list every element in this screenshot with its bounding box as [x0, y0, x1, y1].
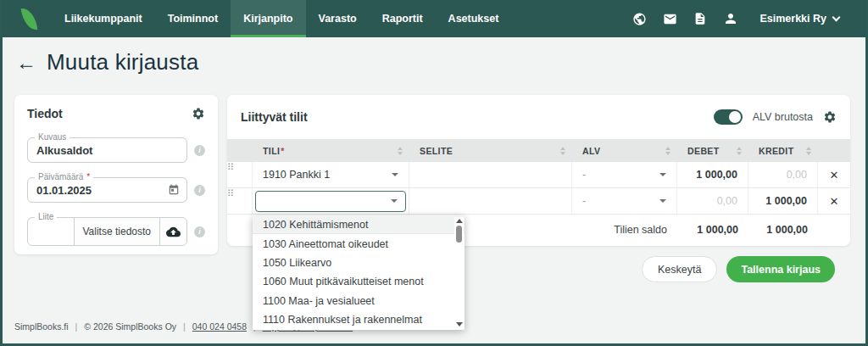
footer-phone-link[interactable]: 040 024 0458 [192, 321, 247, 332]
tili-cell [253, 188, 409, 214]
scrollbar-thumb[interactable] [456, 226, 462, 243]
leaf-logo-icon [21, 7, 38, 31]
footer-brand-link[interactable]: SimplBooks.fi [14, 321, 69, 332]
top-navbar: Liikekumppanit Toiminnot Kirjanpito Vara… [0, 0, 868, 37]
account-dropdown: 1020 Kehittämismenot 1030 Aineettomat oi… [253, 215, 465, 330]
selite-cell[interactable] [409, 188, 572, 214]
account-select[interactable]: 1910 Pankki 1 [255, 165, 406, 186]
column-header-alv[interactable]: ALV [572, 139, 677, 162]
tilit-card-header: Liittyvät tilit ALV brutosta [227, 95, 850, 139]
dropdown-option[interactable]: 1030 Aineettomat oikeudet [253, 234, 465, 253]
globe-icon[interactable] [632, 12, 647, 26]
scroll-up-icon[interactable] [456, 219, 463, 223]
tiedot-settings-gear-icon[interactable] [192, 107, 205, 120]
paivamaara-value[interactable]: 01.01.2025 [28, 184, 168, 197]
nav-tab-kirjanpito[interactable]: Kirjanpito [231, 0, 305, 37]
dropdown-option[interactable]: 1050 Liikearvo [253, 254, 465, 272]
document-icon[interactable] [693, 12, 707, 25]
sort-icon [665, 147, 670, 155]
tilit-settings-gear-icon[interactable] [823, 110, 837, 124]
dropdown-option[interactable]: 1100 Maa- ja vesialueet [253, 292, 465, 310]
liite-field-row: Liite Valitse tiedosto i [27, 217, 205, 246]
chevron-down-icon [832, 13, 841, 21]
page-title: Muuta kirjausta [47, 49, 198, 75]
scroll-down-icon[interactable] [456, 322, 463, 326]
tiedot-card-header: Tiedot [27, 107, 205, 120]
kredit-cell[interactable]: 1 000,00 [748, 188, 818, 214]
close-icon[interactable]: ✕ [830, 196, 839, 207]
dropdown-scrollbar[interactable] [454, 217, 464, 328]
liite-field: Liite Valitse tiedosto [27, 217, 187, 246]
summary-label: Tilien saldo [572, 215, 677, 245]
user-icon[interactable] [723, 11, 738, 26]
kuvaus-label: Kuvaus [35, 132, 70, 142]
nav-tab-toiminnot[interactable]: Toiminnot [155, 0, 231, 37]
nav-tab-raportit[interactable]: Raportit [370, 0, 436, 37]
drag-handle-icon[interactable]: ⠿ [227, 188, 253, 214]
alv-select[interactable]: - [575, 191, 674, 212]
column-header-kredit[interactable]: KREDIT [748, 139, 818, 162]
sort-icon [737, 147, 742, 155]
nav-tab-asetukset[interactable]: Asetukset [436, 0, 512, 37]
table-row: ⠿ - 0,00 1 000,00 ✕ [227, 188, 850, 215]
caret-down-icon [392, 173, 398, 176]
account-select-focused[interactable] [255, 191, 406, 212]
nav-right-group: Esimerkki Ry [632, 0, 868, 37]
paivamaara-field-row: Päivämäärä * 01.01.2025 i [27, 177, 205, 203]
dropdown-option[interactable]: 1110 Rakennukset ja rakennelmat [253, 310, 465, 329]
debet-cell[interactable]: 1 000,00 [677, 162, 748, 187]
paivamaara-field[interactable]: Päivämäärä * 01.01.2025 [27, 177, 187, 203]
app-logo[interactable] [0, 0, 52, 37]
info-icon: i [194, 226, 205, 237]
tilit-title: Liittyvät tilit [241, 110, 308, 124]
action-buttons: Keskeytä Tallenna kirjaus [642, 256, 835, 282]
save-button[interactable]: Tallenna kirjaus [726, 256, 835, 282]
dropdown-option[interactable]: 1060 Muut pitkävaikutteiset menot [253, 272, 465, 291]
kuvaus-field[interactable]: Kuvaus Alkusaldot [27, 137, 187, 163]
dropdown-option[interactable]: 1020 Kehittämismenot [253, 215, 465, 234]
cancel-button[interactable]: Keskeytä [642, 256, 717, 282]
caret-down-icon [391, 199, 398, 203]
liite-filename-input[interactable] [28, 218, 74, 245]
nav-tab-varasto[interactable]: Varasto [306, 0, 370, 37]
kuvaus-value[interactable]: Alkusaldot [28, 144, 186, 157]
company-name: Esimerkki Ry [760, 13, 826, 25]
table-row: ⠿ 1910 Pankki 1 - 1 000,00 0,00 ✕ [227, 162, 850, 188]
alv-cell: - [572, 188, 677, 214]
required-marker: * [86, 172, 90, 181]
alv-select[interactable]: - [575, 165, 674, 186]
liite-label: Liite [35, 212, 57, 221]
choose-file-button[interactable]: Valitse tiedosto [74, 218, 160, 245]
close-icon[interactable]: ✕ [830, 170, 839, 181]
tiedot-card: Tiedot Kuvaus Alkusaldot i Päivämäärä * … [14, 95, 218, 254]
kuvaus-field-row: Kuvaus Alkusaldot i [27, 137, 205, 163]
caret-down-icon [659, 199, 666, 203]
kredit-cell[interactable]: 0,00 [748, 162, 818, 187]
drag-handle-icon[interactable]: ⠿ [227, 162, 253, 187]
summary-debet: 1 000,00 [677, 215, 748, 245]
debet-cell[interactable]: 0,00 [677, 188, 748, 214]
selite-cell[interactable] [409, 162, 572, 187]
alv-cell: - [572, 162, 677, 187]
calendar-icon[interactable] [168, 184, 186, 196]
column-header-tili[interactable]: TILI* [253, 139, 409, 162]
column-header-selite[interactable]: SELITE [409, 139, 572, 162]
company-selector[interactable]: Esimerkki Ry [760, 13, 839, 25]
tiedot-title: Tiedot [27, 107, 63, 120]
summary-kredit: 1 000,00 [748, 215, 818, 245]
page-title-row: ← Muuta kirjausta [16, 49, 198, 75]
required-marker: * [281, 146, 285, 156]
nav-tab-liikekumppanit[interactable]: Liikekumppanit [52, 0, 155, 37]
caret-down-icon [659, 173, 666, 176]
footer-separator: | [75, 321, 78, 332]
alv-brutosta-toggle[interactable] [714, 109, 743, 125]
toggle-knob [729, 111, 741, 123]
app-window: Liikekumppanit Toiminnot Kirjanpito Vara… [0, 0, 868, 346]
cloud-upload-icon[interactable] [159, 218, 186, 245]
tilit-header-controls: ALV brutosta [714, 109, 837, 125]
mail-icon[interactable] [663, 12, 677, 26]
nav-tabs: Liikekumppanit Toiminnot Kirjanpito Vara… [52, 0, 511, 37]
remove-column-header [818, 139, 850, 162]
back-arrow-icon[interactable]: ← [16, 53, 36, 73]
column-header-debet[interactable]: DEBET [677, 139, 748, 162]
